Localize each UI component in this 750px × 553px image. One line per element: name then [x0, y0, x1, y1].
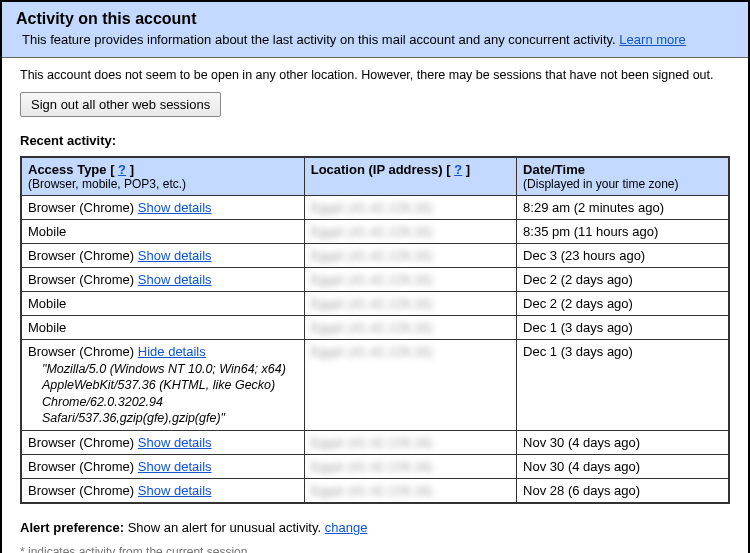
table-row: Browser (Chrome) Show detailsEgypt (41.4… — [21, 479, 729, 504]
location-redacted: Egypt (41.42.129.16) — [311, 484, 433, 498]
cell-location: Egypt (41.42.129.16) — [304, 316, 516, 340]
cell-access-type: Browser (Chrome) Show details — [21, 196, 304, 220]
location-help-link[interactable]: ? — [454, 162, 462, 177]
activity-window: Activity on this account This feature pr… — [0, 0, 750, 553]
table-header-row: Access Type [ ? ] (Browser, mobile, POP3… — [21, 157, 729, 196]
banner-description-text: This feature provides information about … — [22, 32, 616, 47]
location-redacted: Egypt (41.42.129.16) — [311, 225, 433, 239]
alert-pref-text: Show an alert for unusual activity. — [128, 520, 321, 535]
cell-datetime: 8:29 am (2 minutes ago) — [517, 196, 729, 220]
table-row: Browser (Chrome) Show detailsEgypt (41.4… — [21, 455, 729, 479]
show-details-link[interactable]: Show details — [138, 248, 212, 263]
recent-activity-heading: Recent activity: — [20, 133, 730, 148]
access-type-text: Browser (Chrome) — [28, 344, 134, 359]
alert-pref-change-link[interactable]: change — [325, 520, 368, 535]
show-details-link[interactable]: Show details — [138, 200, 212, 215]
cell-access-type: Browser (Chrome) Show details — [21, 479, 304, 504]
location-redacted: Egypt (41.42.129.16) — [311, 460, 433, 474]
banner: Activity on this account This feature pr… — [2, 2, 748, 58]
show-details-link[interactable]: Show details — [138, 272, 212, 287]
header-location: Location (IP address) [ ? ] — [304, 157, 516, 196]
table-row: MobileEgypt (41.42.129.16)8:35 pm (11 ho… — [21, 220, 729, 244]
table-row: Browser (Chrome) Hide details"Mozilla/5.… — [21, 340, 729, 431]
cell-datetime: Nov 30 (4 days ago) — [517, 455, 729, 479]
table-row: Browser (Chrome) Show detailsEgypt (41.4… — [21, 244, 729, 268]
show-details-link[interactable]: Show details — [138, 483, 212, 498]
cell-datetime: Dec 1 (3 days ago) — [517, 316, 729, 340]
cell-access-type: Browser (Chrome) Hide details"Mozilla/5.… — [21, 340, 304, 431]
content-area: This account does not seem to be open in… — [2, 58, 748, 553]
alert-preference: Alert preference: Show an alert for unus… — [20, 520, 730, 535]
cell-location: Egypt (41.42.129.16) — [304, 431, 516, 455]
cell-location: Egypt (41.42.129.16) — [304, 479, 516, 504]
location-redacted: Egypt (41.42.129.16) — [311, 249, 433, 263]
show-details-link[interactable]: Show details — [138, 435, 212, 450]
access-type-text: Browser (Chrome) — [28, 272, 134, 287]
cell-datetime: Dec 2 (2 days ago) — [517, 268, 729, 292]
user-agent-details: "Mozilla/5.0 (Windows NT 10.0; Win64; x6… — [42, 361, 298, 426]
access-type-text: Mobile — [28, 320, 66, 335]
cell-access-type: Mobile — [21, 220, 304, 244]
cell-access-type: Mobile — [21, 292, 304, 316]
alert-pref-label: Alert preference: — [20, 520, 124, 535]
location-redacted: Egypt (41.42.129.16) — [311, 436, 433, 450]
cell-location: Egypt (41.42.129.16) — [304, 196, 516, 220]
cell-datetime: Nov 28 (6 days ago) — [517, 479, 729, 504]
table-row: Browser (Chrome) Show detailsEgypt (41.4… — [21, 431, 729, 455]
cell-datetime: Nov 30 (4 days ago) — [517, 431, 729, 455]
header-datetime-label: Date/Time — [523, 162, 585, 177]
cell-location: Egypt (41.42.129.16) — [304, 455, 516, 479]
page-title: Activity on this account — [16, 10, 734, 28]
location-redacted: Egypt (41.42.129.16) — [311, 321, 433, 335]
cell-location: Egypt (41.42.129.16) — [304, 220, 516, 244]
header-datetime-sub: (Displayed in your time zone) — [523, 177, 722, 191]
cell-datetime: Dec 2 (2 days ago) — [517, 292, 729, 316]
location-redacted: Egypt (41.42.129.16) — [311, 297, 433, 311]
header-datetime: Date/Time (Displayed in your time zone) — [517, 157, 729, 196]
cell-location: Egypt (41.42.129.16) — [304, 340, 516, 431]
header-access-type: Access Type [ ? ] (Browser, mobile, POP3… — [21, 157, 304, 196]
sign-out-all-sessions-button[interactable]: Sign out all other web sessions — [20, 92, 221, 117]
header-access-label: Access Type — [28, 162, 107, 177]
table-row: Browser (Chrome) Show detailsEgypt (41.4… — [21, 268, 729, 292]
location-redacted: Egypt (41.42.129.16) — [311, 273, 433, 287]
cell-access-type: Mobile — [21, 316, 304, 340]
cell-location: Egypt (41.42.129.16) — [304, 292, 516, 316]
cell-datetime: 8:35 pm (11 hours ago) — [517, 220, 729, 244]
access-type-text: Browser (Chrome) — [28, 483, 134, 498]
table-row: MobileEgypt (41.42.129.16)Dec 2 (2 days … — [21, 292, 729, 316]
cell-location: Egypt (41.42.129.16) — [304, 244, 516, 268]
access-type-text: Mobile — [28, 296, 66, 311]
location-redacted: Egypt (41.42.129.16) — [311, 345, 433, 359]
activity-table: Access Type [ ? ] (Browser, mobile, POP3… — [20, 156, 730, 504]
cell-datetime: Dec 3 (23 hours ago) — [517, 244, 729, 268]
footnote-text: * indicates activity from the current se… — [20, 545, 730, 553]
cell-location: Egypt (41.42.129.16) — [304, 268, 516, 292]
access-type-text: Browser (Chrome) — [28, 248, 134, 263]
session-status-text: This account does not seem to be open in… — [20, 68, 730, 82]
cell-access-type: Browser (Chrome) Show details — [21, 244, 304, 268]
hide-details-link[interactable]: Hide details — [138, 344, 206, 359]
learn-more-link[interactable]: Learn more — [619, 32, 685, 47]
banner-description: This feature provides information about … — [16, 32, 734, 47]
access-type-text: Mobile — [28, 224, 66, 239]
cell-access-type: Browser (Chrome) Show details — [21, 455, 304, 479]
access-type-text: Browser (Chrome) — [28, 200, 134, 215]
table-row: MobileEgypt (41.42.129.16)Dec 1 (3 days … — [21, 316, 729, 340]
location-redacted: Egypt (41.42.129.16) — [311, 201, 433, 215]
cell-datetime: Dec 1 (3 days ago) — [517, 340, 729, 431]
header-access-sub: (Browser, mobile, POP3, etc.) — [28, 177, 298, 191]
access-type-text: Browser (Chrome) — [28, 435, 134, 450]
show-details-link[interactable]: Show details — [138, 459, 212, 474]
table-row: Browser (Chrome) Show detailsEgypt (41.4… — [21, 196, 729, 220]
cell-access-type: Browser (Chrome) Show details — [21, 268, 304, 292]
cell-access-type: Browser (Chrome) Show details — [21, 431, 304, 455]
access-type-help-link[interactable]: ? — [118, 162, 126, 177]
access-type-text: Browser (Chrome) — [28, 459, 134, 474]
header-location-label: Location (IP address) — [311, 162, 443, 177]
